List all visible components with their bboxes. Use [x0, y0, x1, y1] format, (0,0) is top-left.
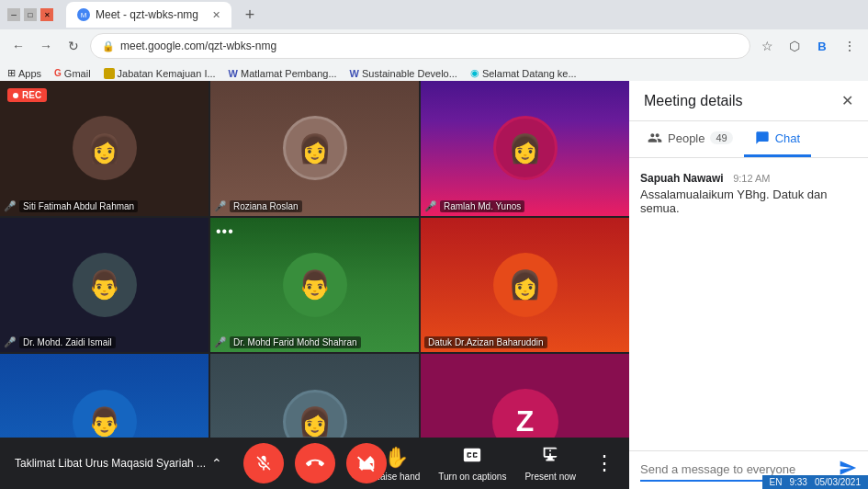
forward-button[interactable]: → — [35, 35, 57, 57]
participant-info-farid: 🎤 Dr. Mohd Farid Mohd Shahran — [214, 336, 361, 348]
end-call-button[interactable] — [295, 443, 335, 483]
more-options-button[interactable]: ⋮ — [594, 451, 614, 475]
bookmark-gmail[interactable]: G Gmail — [54, 68, 91, 79]
mic-off-siti: 🎤 — [4, 200, 17, 212]
maximize-button[interactable]: □ — [24, 8, 37, 21]
bookmark-matlamat[interactable]: W Matlamat Pembang... — [229, 68, 337, 79]
panel-header: Meeting details ✕ — [629, 81, 868, 121]
close-button[interactable]: ✕ — [40, 8, 53, 21]
participant-cell-farid: ••• 👨 🎤 Dr. Mohd Farid Mohd Shahran — [210, 218, 419, 353]
profile-icon[interactable]: B — [811, 35, 833, 57]
apps-icon: ⊞ — [7, 67, 16, 79]
participant-info-roziana: 🎤 Roziana Roslan — [214, 200, 302, 212]
three-dots-farid: ••• — [216, 223, 234, 240]
mic-off-ramlah: 🎤 — [424, 200, 437, 212]
menu-icon[interactable]: ⋮ — [839, 35, 861, 57]
browser-chrome: ─ □ ✕ M Meet - qzt-wbks-nmg ✕ + ← → ↻ 🔒 … — [0, 0, 868, 81]
tab-chat[interactable]: Chat — [744, 121, 811, 157]
right-panel: Meeting details ✕ People 49 Chat Sap — [629, 81, 868, 489]
participant-cell-roziana: 👩 🎤 Roziana Roslan — [210, 81, 419, 216]
captions-button[interactable]: Turn on captions — [438, 445, 506, 482]
send-icon — [839, 459, 857, 477]
participant-info-datuk: Datuk Dr.Azizan Baharuddin — [424, 336, 547, 348]
people-icon — [648, 131, 662, 145]
tab-favicon: M — [77, 8, 90, 21]
system-tray: EN 9:33 05/03/2021 — [762, 475, 868, 489]
people-label: People — [668, 131, 705, 145]
bookmark-sustainable[interactable]: W Sustainable Develo... — [350, 68, 457, 79]
mic-off-icon — [254, 454, 273, 472]
address-box[interactable]: 🔒 meet.google.com/qzt-wbks-nmg — [90, 33, 750, 59]
participant-name-farid: Dr. Mohd Farid Mohd Shahran — [230, 336, 361, 348]
rec-label: REC — [22, 90, 41, 100]
chat-icon — [755, 131, 770, 145]
tab-close-icon[interactable]: ✕ — [212, 9, 220, 21]
participant-cell-ramlah: 👩 🎤 Ramlah Md. Yunos — [421, 81, 629, 216]
people-count: 49 — [710, 131, 732, 144]
close-panel-button[interactable]: ✕ — [841, 92, 853, 109]
captions-label: Turn on captions — [438, 472, 506, 482]
chat-message-header: Sapuah Nawawi 9:12 AM — [640, 169, 857, 186]
participant-info-siti: 🎤 Siti Fatimah Abdul Rahman — [4, 200, 138, 212]
extensions-icon[interactable]: ⬡ — [783, 35, 806, 57]
tab-people[interactable]: People 49 — [637, 121, 744, 157]
bottom-controls — [243, 443, 387, 483]
raise-hand-icon: ✋ — [384, 446, 409, 470]
matlamat-icon: W — [229, 68, 238, 79]
avatar-zaidi: 👨 — [73, 253, 137, 317]
chat-text: Assalamualaikum YBhg. Datuk dan semua. — [640, 188, 857, 215]
panel-tabs: People 49 Chat — [629, 121, 868, 158]
mic-off-farid: 🎤 — [214, 336, 227, 348]
participant-info-zaidi: 🎤 Dr. Mohd. Zaidi Ismail — [4, 336, 116, 348]
avatar-siti: 👩 — [73, 116, 137, 180]
video-grid: REC 👩 🎤 Siti Fatimah Abdul Rahman 👩 🎤 Ro… — [0, 81, 629, 489]
participant-name-siti: Siti Fatimah Abdul Rahman — [19, 200, 138, 212]
rec-dot — [13, 93, 18, 98]
title-bar: ─ □ ✕ M Meet - qzt-wbks-nmg ✕ + — [0, 0, 868, 29]
avatar-farid: 👨 — [283, 253, 347, 317]
clock: 9:33 — [789, 477, 806, 487]
present-icon — [540, 445, 560, 470]
side-actions: ✋ Raise hand Turn on captions — [374, 445, 614, 482]
url-text: meet.google.com/qzt-wbks-nmg — [120, 40, 276, 52]
gmail-icon: G — [54, 68, 62, 78]
jabatan-icon — [104, 68, 115, 79]
chat-area: Sapuah Nawawi 9:12 AM Assalamualaikum YB… — [629, 158, 868, 450]
video-off-button[interactable] — [346, 443, 387, 483]
present-now-button[interactable]: Present now — [524, 445, 576, 482]
chat-sender: Sapuah Nawawi — [640, 172, 724, 185]
mic-off-zaidi: 🎤 — [4, 336, 17, 348]
main-area: REC 👩 🎤 Siti Fatimah Abdul Rahman 👩 🎤 Ro… — [0, 81, 868, 489]
lock-icon: 🔒 — [102, 40, 115, 52]
bookmark-jabatan[interactable]: Jabatan Kemajuan I... — [104, 68, 216, 79]
chat-message: Sapuah Nawawi 9:12 AM Assalamualaikum YB… — [640, 169, 857, 215]
meeting-title-text: Taklimat Libat Urus Maqasid Syariah ... — [15, 457, 206, 470]
avatar-ramlah: 👩 — [493, 116, 558, 180]
participant-cell-datuk: 👩 Datuk Dr.Azizan Baharuddin — [421, 218, 629, 353]
new-tab-button[interactable]: + — [237, 2, 263, 28]
bookmark-selamat[interactable]: ◉ Selamat Datang ke... — [470, 67, 577, 79]
meeting-bottom-bar: Taklimat Libat Urus Maqasid Syariah ... … — [0, 438, 629, 489]
participant-name-zaidi: Dr. Mohd. Zaidi Ismail — [19, 336, 116, 348]
participant-cell-siti: REC 👩 🎤 Siti Fatimah Abdul Rahman — [0, 81, 209, 216]
chat-label: Chat — [775, 131, 800, 145]
meeting-chevron-icon[interactable]: ⌃ — [211, 456, 222, 471]
video-off-icon — [357, 454, 376, 472]
refresh-button[interactable]: ↻ — [62, 35, 85, 57]
address-bar-row: ← → ↻ 🔒 meet.google.com/qzt-wbks-nmg ☆ ⬡… — [0, 29, 868, 63]
participant-info-ramlah: 🎤 Ramlah Md. Yunos — [424, 200, 524, 212]
language-indicator: EN — [770, 477, 783, 487]
avatar-roziana: 👩 — [283, 116, 347, 180]
back-button[interactable]: ← — [7, 35, 29, 57]
participant-name-datuk: Datuk Dr.Azizan Baharuddin — [424, 336, 547, 348]
chat-time: 9:12 AM — [733, 173, 770, 184]
bookmark-apps[interactable]: ⊞ Apps — [7, 67, 41, 79]
browser-tab[interactable]: M Meet - qzt-wbks-nmg ✕ — [66, 2, 231, 28]
rec-badge: REC — [7, 88, 47, 102]
avatar-datuk: 👩 — [493, 253, 558, 317]
mute-button[interactable] — [243, 443, 284, 483]
minimize-button[interactable]: ─ — [7, 8, 20, 21]
mic-off-roziana: 🎤 — [214, 200, 227, 212]
participant-name-ramlah: Ramlah Md. Yunos — [440, 200, 524, 212]
bookmark-icon[interactable]: ☆ — [756, 35, 778, 57]
